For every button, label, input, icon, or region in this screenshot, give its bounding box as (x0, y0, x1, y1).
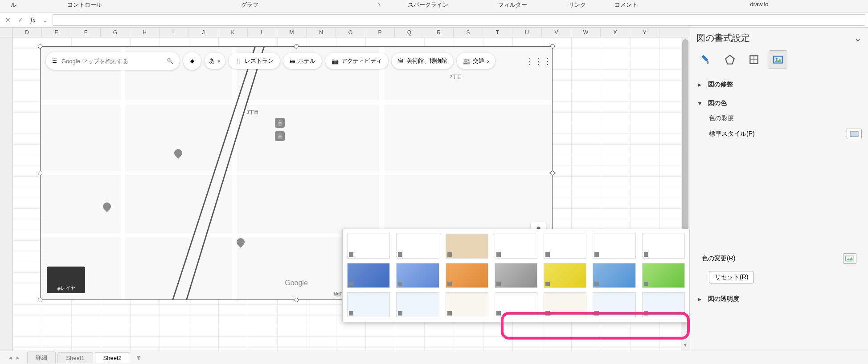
google-logo: Google (285, 279, 308, 287)
add-sheet-button[interactable]: ⊕ (132, 353, 145, 363)
col-header[interactable]: J (189, 28, 218, 37)
recolor-option[interactable] (347, 234, 390, 259)
resize-handle[interactable] (38, 44, 42, 49)
recolor-option[interactable] (544, 263, 586, 288)
recolor-option[interactable] (396, 263, 439, 288)
recolor-option[interactable] (642, 263, 685, 288)
size-tab[interactable] (745, 50, 763, 69)
map-chip-museum[interactable]: 🏛 美術館、博物館 (392, 53, 453, 69)
menu-icon[interactable]: ☰ (52, 58, 57, 64)
map-layers-button[interactable]: ◈ レイヤ (46, 266, 86, 294)
recolor-option[interactable] (347, 292, 390, 317)
formula-bar: ✕ ✓ fx ⌄ (0, 12, 868, 28)
resize-handle[interactable] (550, 44, 555, 49)
select-all-corner[interactable] (0, 28, 12, 37)
ribbon-group-comments: コメント (602, 1, 651, 9)
recolor-option[interactable] (495, 263, 537, 288)
recolor-option[interactable] (593, 234, 635, 259)
col-header[interactable]: U (512, 28, 542, 37)
map-chip-restaurant[interactable]: 🍴 レストラン (229, 53, 280, 69)
col-header[interactable]: I (160, 28, 189, 37)
formula-input[interactable] (53, 14, 865, 26)
map-search-box[interactable]: ☰ 🔍 (46, 52, 180, 70)
col-header[interactable]: W (571, 28, 601, 37)
scroll-thumb[interactable] (682, 39, 688, 244)
formula-expand-icon[interactable]: ⌄ (40, 15, 51, 25)
reset-button[interactable]: リセット(R) (709, 271, 754, 283)
effects-tab[interactable] (721, 50, 739, 69)
formula-confirm-button[interactable]: ✓ (15, 15, 26, 25)
chevron-down-icon: ▾ (698, 100, 704, 107)
ribbon-group-links: リンク (553, 1, 602, 9)
directions-button[interactable]: ◆ (183, 52, 201, 70)
resize-handle[interactable] (294, 44, 299, 49)
formula-cancel-button[interactable]: ✕ (3, 15, 13, 25)
recolor-option[interactable] (593, 263, 635, 288)
recolor-option[interactable] (495, 292, 537, 317)
picture-color-section[interactable]: ▾ 図の色 (696, 96, 862, 111)
recolor-option[interactable] (446, 263, 488, 288)
resize-handle[interactable] (294, 298, 299, 302)
sheet-tab[interactable]: Sheet1 (57, 352, 93, 363)
language-toggle[interactable]: あ ▾ (205, 53, 225, 69)
recolor-button[interactable]: 色の変更(R) (696, 250, 862, 267)
col-header[interactable]: P (365, 28, 395, 37)
recolor-option[interactable] (347, 263, 390, 288)
recolor-option[interactable] (642, 234, 685, 259)
col-header[interactable]: E (42, 28, 71, 37)
col-header[interactable]: L (248, 28, 277, 37)
column-headers: D E F G H I J K L M N O P Q R S T U V W … (0, 28, 690, 37)
col-header[interactable]: R (424, 28, 454, 37)
recolor-option[interactable] (544, 292, 586, 317)
recolor-option[interactable] (593, 292, 635, 317)
resize-handle[interactable] (550, 171, 555, 175)
recolor-option[interactable] (642, 292, 685, 317)
col-header[interactable]: K (218, 28, 248, 37)
resize-handle[interactable] (38, 171, 42, 175)
col-header[interactable]: T (483, 28, 512, 37)
ribbon-group-cells-edge: ル (0, 1, 27, 9)
recolor-option[interactable] (544, 234, 586, 259)
col-header[interactable]: D (12, 28, 42, 37)
col-header[interactable]: O (336, 28, 365, 37)
scroll-down-icon[interactable]: ▼ (681, 343, 690, 351)
picture-tab[interactable] (769, 50, 787, 69)
col-header[interactable]: Y (630, 28, 659, 37)
row-headers[interactable] (0, 37, 12, 351)
fill-line-tab[interactable] (696, 50, 715, 69)
map-chip-hotel[interactable]: 🛏 ホテル (283, 53, 322, 69)
col-header[interactable]: Q (395, 28, 424, 37)
col-header[interactable]: S (454, 28, 483, 37)
dialog-launcher-icon[interactable]: ↘ (356, 1, 383, 6)
recolor-option[interactable] (396, 234, 439, 259)
color-saturation-label: 色の彩度 (696, 114, 862, 122)
map-area-label: 3丁目 (246, 109, 260, 116)
col-header[interactable]: N (307, 28, 336, 37)
insert-function-button[interactable]: fx (28, 15, 38, 25)
recolor-option[interactable] (446, 292, 488, 317)
spreadsheet-grid[interactable]: D E F G H I J K L M N O P Q R S T U V W … (0, 28, 690, 351)
map-chip-activity[interactable]: 📷 アクティビティ (325, 53, 388, 69)
resize-handle[interactable] (38, 298, 42, 302)
map-chip-transit[interactable]: 🚉 交通 › (457, 53, 495, 69)
search-icon[interactable]: 🔍 (167, 58, 173, 64)
col-header[interactable]: H (130, 28, 160, 37)
collapse-pane-icon[interactable]: ⌄ (854, 32, 862, 44)
sheet-tab[interactable]: 詳細 (27, 352, 56, 364)
col-header[interactable]: V (542, 28, 571, 37)
sheet-nav-buttons[interactable]: ◂ ▸ (4, 355, 25, 361)
picture-transparency-section[interactable]: ▸ 図の透明度 (696, 291, 862, 307)
col-header[interactable]: F (71, 28, 101, 37)
apps-grid-icon[interactable]: ⋮⋮⋮ (531, 53, 547, 69)
recolor-gallery-popup[interactable] (342, 229, 690, 322)
map-search-input[interactable] (61, 58, 162, 65)
recolor-option[interactable] (396, 292, 439, 317)
col-header[interactable]: M (277, 28, 307, 37)
picture-corrections-section[interactable]: ▸ 図の修整 (696, 77, 862, 92)
col-header[interactable]: G (101, 28, 130, 37)
col-header[interactable]: X (601, 28, 630, 37)
preset-style-dropdown[interactable] (847, 129, 862, 139)
sheet-tab-active[interactable]: Sheet2 (95, 352, 130, 363)
recolor-option[interactable] (446, 234, 488, 259)
recolor-option[interactable] (495, 234, 537, 259)
